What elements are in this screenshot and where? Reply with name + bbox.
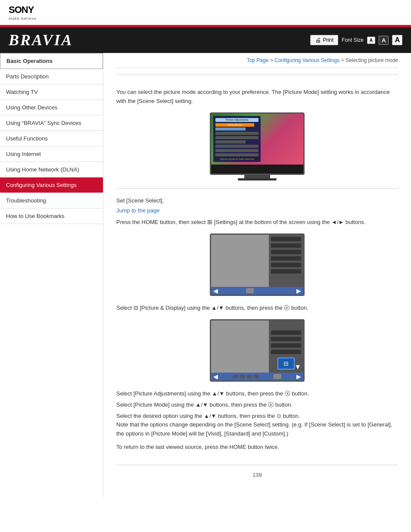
breadcrumb-configuring[interactable]: Configuring Various Settings [274,57,339,63]
sidebar-item-using-other-devices[interactable]: Using Other Devices [0,100,103,115]
settings-icons-row [233,375,259,378]
settings2-bottom-bar: ◀ ▶ [211,373,303,380]
page-footer: 139 [116,465,398,485]
top-header: SONY make.believe [0,0,411,25]
font-size-label: Font Size [342,37,364,43]
settings2-highlighted-item: ⊟ [277,358,295,370]
page-number: 139 [252,472,262,478]
font-medium-button[interactable]: A [379,36,389,45]
step2-text: Press the HOME button, then select ⊞ [Se… [116,217,398,227]
sony-logo: SONY [9,5,402,15]
sidebar-item-troubleshooting[interactable]: Troubleshooting [0,193,103,208]
tv-menu-overlay-1: Picture Adjustments Setting Memory Optim… [213,116,261,162]
tv-mock-1: Picture Adjustments Setting Memory Optim… [210,112,305,180]
brand-bar: BRAVIA 🖨 Print Font Size A A A [0,27,411,53]
settings-image-2: ▲ ⊟ ▼ ◀ [116,319,398,383]
down-arrow-icon: ▼ [294,363,301,371]
main-layout: Basic Operations Parts Description Watch… [0,53,411,498]
arrow-left-icon-1: ◀ [213,287,218,294]
sidebar-item-how-to-use-bookmarks[interactable]: How to Use Bookmarks [0,208,103,224]
step1-link[interactable]: Jump to the page [116,207,159,214]
step6-text: Select the desired option using the ▲/▼ … [116,412,398,439]
settings-screen-1: ◀ ▶ [210,233,305,296]
tv-image-1: Picture Adjustments Setting Memory Optim… [116,112,398,180]
tv-screen-inner-1: Picture Adjustments Setting Memory Optim… [211,114,303,165]
settings-image-1: ◀ ▶ [116,233,398,297]
step4-text: Select [Picture Adjustments] using the ▲… [116,389,398,398]
breadcrumb-current: Selecting picture mode [346,57,398,63]
sony-tagline: make.believe [9,16,37,21]
step7-text: To return to the last viewed source, pre… [116,443,398,452]
picture-display-icon-2: ⊟ [283,360,289,367]
step5-text: Select [Picture Mode] using the ▲/▼ butt… [116,401,398,410]
step-2-container: Press the HOME button, then select ⊞ [Se… [116,217,398,227]
sidebar-item-parts-description[interactable]: Parts Description [0,69,103,84]
settings-screen-2: ▲ ⊟ ▼ ◀ [210,319,305,382]
step-3-container: Select ⊟ [Picture & Display] using the ▲… [116,304,398,313]
print-icon: 🖨 [315,37,321,44]
breadcrumb: Top Page > Configuring Various Settings … [116,57,398,68]
bravia-logo: BRAVIA [9,31,73,49]
intro-section: You can select the picture mode accordin… [116,88,398,106]
print-button[interactable]: 🖨 Print [310,35,338,45]
arrow-left-icon-2: ◀ [213,373,218,380]
step3-text: Select ⊟ [Picture & Display] using the ▲… [116,304,398,313]
content-area: Top Page > Configuring Various Settings … [103,53,411,498]
settings-mock-1: ◀ ▶ [210,233,305,297]
divider-2 [116,188,398,189]
tv-screen-1: Picture Adjustments Setting Memory Optim… [210,112,305,175]
divider-1 [116,75,398,75]
breadcrumb-sep1: > [270,57,274,63]
picture-display-icon: ⊟ [134,305,138,311]
intro-paragraph: You can select the picture mode accordin… [116,88,398,106]
arrow-right-icon-2: ▶ [296,373,301,380]
sidebar-item-using-internet[interactable]: Using Internet [0,146,103,162]
arrow-right-icon-1: ▶ [296,287,301,294]
breadcrumb-sep2: > [341,57,346,63]
settings-bottom-bar-1: ◀ ▶ [211,287,303,295]
toolbar-right: 🖨 Print Font Size A A A [310,35,402,45]
sidebar-item-using-home-network[interactable]: Using Home Network (DLNA) [0,162,103,177]
print-label: Print [323,37,333,43]
step-1-container: Set [Scene Select]. Jump to the page [116,196,398,214]
settings-mock-2: ▲ ⊟ ▼ ◀ [210,319,305,383]
sidebar-item-basic-operations[interactable]: Basic Operations [0,53,103,69]
sidebar-item-watching-tv[interactable]: Watching TV [0,84,103,100]
settings-icon-inline: ⊞ [207,218,212,225]
settings-right-panel-1 [269,235,303,295]
sidebar-item-useful-functions[interactable]: Useful Functions [0,131,103,146]
breadcrumb-top-page[interactable]: Top Page [247,57,269,63]
font-small-button[interactable]: A [367,37,375,44]
font-large-button[interactable]: A [392,35,402,45]
sidebar-item-configuring-various-settings[interactable]: Configuring Various Settings [0,177,103,193]
settings-icon-1 [246,288,254,293]
sidebar-item-using-bravia-sync[interactable]: Using “BRAVIA” Sync Devices [0,115,103,131]
sidebar: Basic Operations Parts Description Watch… [0,53,103,498]
step1-label: Set [Scene Select]. [116,196,398,205]
settings2-right-panel [269,320,303,380]
settings-home-icon [274,374,281,379]
steps-container: Select [Picture Adjustments] using the ▲… [116,389,398,452]
